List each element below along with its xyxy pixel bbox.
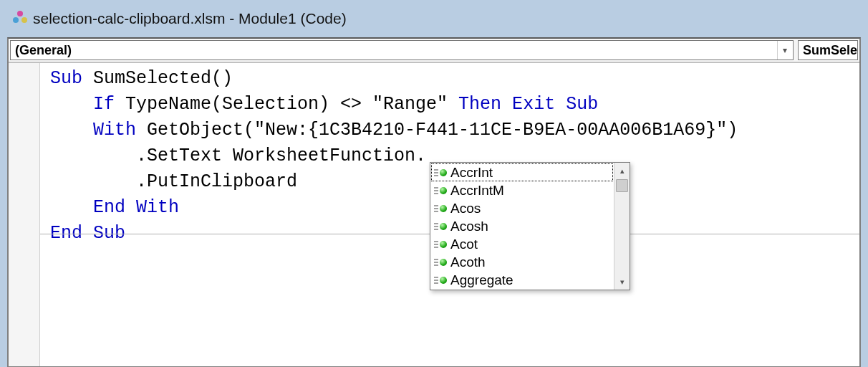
scroll-thumb[interactable] <box>616 179 628 192</box>
intellisense-item[interactable]: Aggregate <box>431 271 613 289</box>
title-bar[interactable]: selection-calc-clipboard.xlsm - Module1 … <box>0 0 868 37</box>
method-icon <box>433 257 448 267</box>
intellisense-item[interactable]: Acosh <box>431 217 613 235</box>
method-icon <box>433 186 448 196</box>
editor-margin <box>9 63 40 366</box>
method-icon <box>433 275 448 285</box>
intellisense-list[interactable]: AccrInt AccrIntM Acos Acosh <box>430 163 614 289</box>
method-icon <box>433 204 448 214</box>
intellisense-item[interactable]: AccrInt <box>431 163 613 181</box>
chevron-down-icon[interactable]: ▾ <box>777 41 793 59</box>
code-editor[interactable]: Sub SumSelected() If TypeName(Selection)… <box>9 62 859 366</box>
method-icon <box>433 221 448 232</box>
intellisense-item[interactable]: Acoth <box>431 253 613 271</box>
code-text[interactable]: Sub SumSelected() If TypeName(Selection)… <box>50 66 738 247</box>
scroll-track[interactable] <box>614 178 630 274</box>
procedure-dropdown-value: SumSele <box>803 43 857 58</box>
scroll-down-button[interactable]: ▾ <box>614 274 630 290</box>
object-dropdown-value: (General) <box>15 43 72 58</box>
vba-editor-window: selection-calc-clipboard.xlsm - Module1 … <box>0 0 868 367</box>
dropdown-row: (General) ▾ SumSele <box>9 39 859 62</box>
intellisense-item[interactable]: Acos <box>431 199 613 217</box>
intellisense-scrollbar[interactable]: ▴ ▾ <box>614 163 630 290</box>
object-dropdown[interactable]: (General) ▾ <box>10 40 794 60</box>
procedure-dropdown[interactable]: SumSele <box>798 40 858 60</box>
intellisense-item[interactable]: Acot <box>431 235 613 253</box>
window-title: selection-calc-clipboard.xlsm - Module1 … <box>33 10 347 27</box>
app-icon <box>13 11 29 27</box>
method-icon <box>433 239 448 249</box>
method-icon <box>433 168 448 178</box>
intellisense-popup[interactable]: AccrInt AccrIntM Acos Acosh <box>430 162 630 290</box>
scroll-up-button[interactable]: ▴ <box>614 163 630 178</box>
intellisense-item[interactable]: AccrIntM <box>431 181 613 199</box>
client-area: (General) ▾ SumSele Sub SumSelected() If… <box>7 37 861 367</box>
